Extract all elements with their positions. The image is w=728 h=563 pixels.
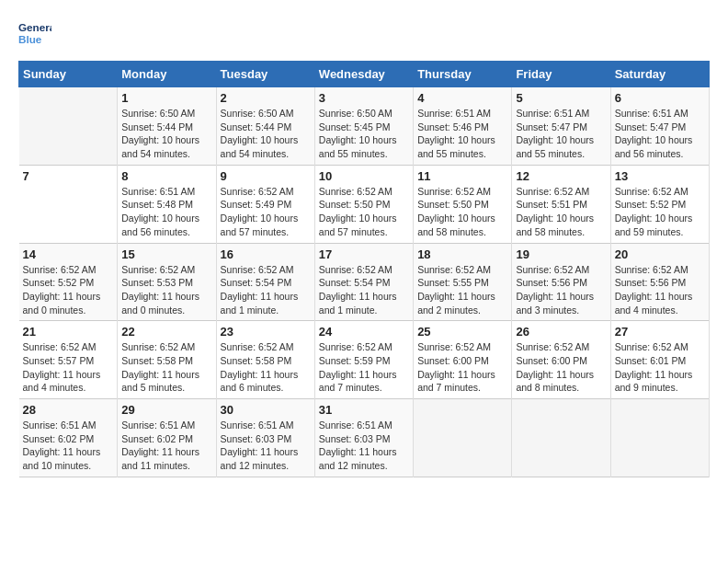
calendar-cell: 14Sunrise: 6:52 AM Sunset: 5:52 PM Dayli…: [19, 243, 118, 321]
calendar-week-row: 28Sunrise: 6:51 AM Sunset: 6:02 PM Dayli…: [19, 399, 710, 477]
calendar-cell: 20Sunrise: 6:52 AM Sunset: 5:56 PM Dayli…: [610, 243, 709, 321]
calendar-cell: 18Sunrise: 6:52 AM Sunset: 5:55 PM Dayli…: [414, 243, 512, 321]
day-info: Sunrise: 6:52 AM Sunset: 5:50 PM Dayligh…: [417, 185, 507, 239]
day-info: Sunrise: 6:51 AM Sunset: 6:02 PM Dayligh…: [23, 419, 114, 473]
calendar-week-row: 14Sunrise: 6:52 AM Sunset: 5:52 PM Dayli…: [19, 243, 710, 321]
day-number: 7: [23, 169, 114, 183]
day-info: Sunrise: 6:51 AM Sunset: 5:47 PM Dayligh…: [615, 107, 705, 161]
calendar-cell: 16Sunrise: 6:52 AM Sunset: 5:54 PM Dayli…: [216, 243, 314, 321]
calendar-cell: 29Sunrise: 6:51 AM Sunset: 6:02 PM Dayli…: [118, 399, 216, 477]
page-header: General Blue: [18, 18, 710, 52]
weekday-header-saturday: Saturday: [610, 62, 709, 87]
day-info: Sunrise: 6:52 AM Sunset: 5:56 PM Dayligh…: [516, 263, 606, 317]
day-number: 19: [516, 247, 606, 261]
calendar-cell: 4Sunrise: 6:51 AM Sunset: 5:46 PM Daylig…: [414, 87, 512, 166]
day-number: 17: [319, 247, 409, 261]
day-number: 15: [121, 247, 211, 261]
logo-icon: General Blue: [18, 18, 51, 52]
day-number: 21: [23, 325, 114, 339]
calendar-cell: 15Sunrise: 6:52 AM Sunset: 5:53 PM Dayli…: [118, 243, 216, 321]
day-number: 10: [319, 169, 409, 183]
day-number: 8: [121, 169, 211, 183]
day-info: Sunrise: 6:52 AM Sunset: 5:57 PM Dayligh…: [23, 340, 114, 395]
day-number: 14: [23, 247, 114, 261]
day-info: Sunrise: 6:52 AM Sunset: 5:58 PM Dayligh…: [121, 340, 211, 395]
day-number: 11: [417, 169, 507, 183]
calendar-cell: 31Sunrise: 6:51 AM Sunset: 6:03 PM Dayli…: [314, 399, 413, 477]
day-info: Sunrise: 6:50 AM Sunset: 5:45 PM Dayligh…: [319, 107, 409, 161]
day-info: Sunrise: 6:52 AM Sunset: 6:00 PM Dayligh…: [417, 340, 507, 395]
calendar-cell: 6Sunrise: 6:51 AM Sunset: 5:47 PM Daylig…: [610, 87, 709, 166]
weekday-header-monday: Monday: [118, 62, 216, 87]
day-number: 18: [417, 247, 507, 261]
day-number: 16: [221, 247, 311, 261]
calendar-cell: 1Sunrise: 6:50 AM Sunset: 5:44 PM Daylig…: [118, 87, 216, 166]
weekday-header-wednesday: Wednesday: [314, 62, 413, 87]
day-info: Sunrise: 6:52 AM Sunset: 5:58 PM Dayligh…: [221, 340, 311, 395]
svg-text:Blue: Blue: [18, 33, 42, 45]
calendar-cell: 17Sunrise: 6:52 AM Sunset: 5:54 PM Dayli…: [314, 243, 413, 321]
day-number: 5: [516, 91, 606, 105]
calendar-cell: 8Sunrise: 6:51 AM Sunset: 5:48 PM Daylig…: [118, 165, 216, 243]
day-info: Sunrise: 6:52 AM Sunset: 5:50 PM Dayligh…: [319, 185, 409, 239]
day-number: 23: [221, 325, 311, 339]
day-number: 2: [221, 91, 311, 105]
day-number: 13: [615, 169, 705, 183]
day-info: Sunrise: 6:51 AM Sunset: 6:02 PM Dayligh…: [121, 419, 211, 473]
day-number: 29: [121, 403, 211, 417]
day-info: Sunrise: 6:52 AM Sunset: 5:52 PM Dayligh…: [23, 263, 114, 317]
day-info: Sunrise: 6:52 AM Sunset: 5:54 PM Dayligh…: [319, 263, 409, 317]
calendar-cell: 22Sunrise: 6:52 AM Sunset: 5:58 PM Dayli…: [118, 321, 216, 399]
weekday-header-thursday: Thursday: [414, 62, 512, 87]
day-info: Sunrise: 6:52 AM Sunset: 5:56 PM Dayligh…: [615, 263, 705, 317]
calendar-cell: 11Sunrise: 6:52 AM Sunset: 5:50 PM Dayli…: [414, 165, 512, 243]
calendar-week-row: 78Sunrise: 6:51 AM Sunset: 5:48 PM Dayli…: [19, 165, 710, 243]
calendar-cell: 23Sunrise: 6:52 AM Sunset: 5:58 PM Dayli…: [216, 321, 314, 399]
day-number: 28: [23, 403, 114, 417]
calendar-cell: [19, 87, 118, 166]
calendar-cell: 10Sunrise: 6:52 AM Sunset: 5:50 PM Dayli…: [314, 165, 413, 243]
day-number: 30: [221, 403, 311, 417]
weekday-header-tuesday: Tuesday: [216, 62, 314, 87]
calendar-cell: 21Sunrise: 6:52 AM Sunset: 5:57 PM Dayli…: [19, 321, 118, 399]
day-info: Sunrise: 6:52 AM Sunset: 5:52 PM Dayligh…: [615, 185, 705, 239]
calendar-cell: 25Sunrise: 6:52 AM Sunset: 6:00 PM Dayli…: [414, 321, 512, 399]
calendar-cell: 26Sunrise: 6:52 AM Sunset: 6:00 PM Dayli…: [512, 321, 610, 399]
day-info: Sunrise: 6:52 AM Sunset: 5:55 PM Dayligh…: [417, 263, 507, 317]
day-info: Sunrise: 6:51 AM Sunset: 5:46 PM Dayligh…: [417, 107, 507, 161]
calendar-cell: 27Sunrise: 6:52 AM Sunset: 6:01 PM Dayli…: [610, 321, 709, 399]
day-number: 25: [417, 325, 507, 339]
day-number: 6: [615, 91, 705, 105]
day-info: Sunrise: 6:51 AM Sunset: 6:03 PM Dayligh…: [221, 419, 311, 473]
logo: General Blue: [18, 18, 51, 52]
calendar-cell: 3Sunrise: 6:50 AM Sunset: 5:45 PM Daylig…: [314, 87, 413, 166]
day-info: Sunrise: 6:50 AM Sunset: 5:44 PM Dayligh…: [221, 107, 311, 161]
calendar-cell: 7: [19, 165, 118, 243]
calendar-week-row: 1Sunrise: 6:50 AM Sunset: 5:44 PM Daylig…: [19, 87, 710, 166]
calendar-cell: 9Sunrise: 6:52 AM Sunset: 5:49 PM Daylig…: [216, 165, 314, 243]
day-info: Sunrise: 6:51 AM Sunset: 5:47 PM Dayligh…: [516, 107, 606, 161]
day-number: 31: [319, 403, 409, 417]
day-info: Sunrise: 6:52 AM Sunset: 5:59 PM Dayligh…: [319, 340, 409, 395]
day-info: Sunrise: 6:52 AM Sunset: 5:54 PM Dayligh…: [221, 263, 311, 317]
calendar-cell: 30Sunrise: 6:51 AM Sunset: 6:03 PM Dayli…: [216, 399, 314, 477]
day-number: 26: [516, 325, 606, 339]
day-number: 22: [121, 325, 211, 339]
calendar-cell: 2Sunrise: 6:50 AM Sunset: 5:44 PM Daylig…: [216, 87, 314, 166]
calendar-cell: 13Sunrise: 6:52 AM Sunset: 5:52 PM Dayli…: [610, 165, 709, 243]
weekday-header-sunday: Sunday: [19, 62, 118, 87]
day-number: 3: [319, 91, 409, 105]
day-info: Sunrise: 6:51 AM Sunset: 5:48 PM Dayligh…: [121, 185, 211, 239]
calendar-cell: 24Sunrise: 6:52 AM Sunset: 5:59 PM Dayli…: [314, 321, 413, 399]
calendar-cell: 5Sunrise: 6:51 AM Sunset: 5:47 PM Daylig…: [512, 87, 610, 166]
calendar-week-row: 21Sunrise: 6:52 AM Sunset: 5:57 PM Dayli…: [19, 321, 710, 399]
calendar-cell: 12Sunrise: 6:52 AM Sunset: 5:51 PM Dayli…: [512, 165, 610, 243]
day-info: Sunrise: 6:52 AM Sunset: 6:01 PM Dayligh…: [615, 340, 705, 395]
calendar-cell: [414, 399, 512, 477]
calendar-cell: 19Sunrise: 6:52 AM Sunset: 5:56 PM Dayli…: [512, 243, 610, 321]
calendar-table: SundayMondayTuesdayWednesdayThursdayFrid…: [18, 61, 710, 477]
day-number: 9: [221, 169, 311, 183]
day-number: 20: [615, 247, 705, 261]
calendar-cell: 28Sunrise: 6:51 AM Sunset: 6:02 PM Dayli…: [19, 399, 118, 477]
day-number: 1: [121, 91, 211, 105]
